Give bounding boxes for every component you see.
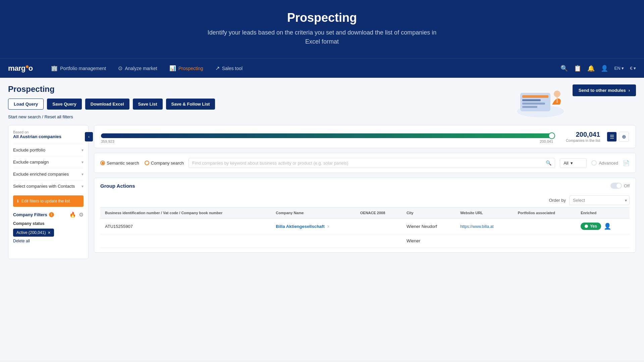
page-header-left: Prospecting Load Query Save Query Downlo…: [8, 84, 215, 120]
nav-items: 🏢 Portfolio management ⊙ Analyze market …: [46, 62, 560, 74]
col-id: Business identification number / Vat cod…: [100, 207, 271, 219]
nav-right: 🔍 📋 🔔 👤 EN ▾ € ▾: [560, 65, 636, 72]
navbar: marg o 🏢 Portfolio management ⊙ Analyze …: [0, 58, 644, 78]
remove-status-tag-button[interactable]: ×: [48, 230, 50, 235]
exclude-enriched-filter[interactable]: Exclude enriched companies ▾: [13, 168, 84, 180]
cell-oenace: [356, 234, 402, 248]
user-icon[interactable]: 👤: [601, 65, 608, 72]
semantic-radio[interactable]: [100, 161, 105, 165]
company-filters-title: Company Filters i: [13, 212, 54, 217]
gear-icon[interactable]: ⚙: [79, 212, 84, 218]
search-row: Semantic search Company search 🔍 All ▾: [100, 158, 630, 168]
range-handle[interactable]: [548, 132, 555, 139]
nav-item-prospecting[interactable]: 📊 Prospecting: [165, 62, 208, 74]
map-view-button[interactable]: ⊕: [619, 132, 629, 142]
list-view-button[interactable]: ☰: [607, 132, 617, 142]
bell-icon[interactable]: 🔔: [587, 65, 595, 72]
load-query-button[interactable]: Load Query: [8, 99, 44, 110]
enriched-yes-toggle[interactable]: Yes: [581, 223, 601, 230]
save-query-button[interactable]: Save Query: [47, 99, 82, 110]
exclude-portfolio-filter[interactable]: Exclude portfolio ▾: [13, 144, 84, 156]
delete-all-link[interactable]: Delete all: [13, 239, 84, 243]
based-on-label: Based on: [13, 130, 84, 134]
company-search-option[interactable]: Company search: [145, 161, 184, 166]
chevron-down-icon: ▾: [82, 148, 84, 153]
nav-item-sales[interactable]: ↗ Sales tool: [211, 62, 247, 74]
document-icon[interactable]: 📄: [623, 160, 630, 166]
svg-rect-3: [522, 99, 541, 101]
save-list-button[interactable]: Save List: [133, 99, 163, 110]
toggle-switch[interactable]: [610, 183, 622, 189]
cell-url: [455, 234, 513, 248]
companies-table: Business identification number / Vat cod…: [100, 207, 630, 248]
bar-chart-icon: 📊: [169, 65, 176, 71]
search-input[interactable]: [192, 161, 544, 166]
svg-rect-2: [522, 95, 548, 98]
select-contacts-filter[interactable]: Select companies with Contacts ▾: [13, 180, 84, 192]
currency-selector[interactable]: € ▾: [630, 66, 636, 71]
range-min: 359,923: [101, 139, 114, 143]
search-icon[interactable]: 🔍: [560, 65, 568, 72]
filter-icon-group: 🔥 ⚙: [69, 212, 84, 218]
nav-item-portfolio[interactable]: 🏢 Portfolio management: [46, 62, 111, 74]
company-status-title: Company status: [13, 221, 84, 226]
order-by-row: Order by Select: [100, 192, 630, 207]
logo[interactable]: marg o: [8, 64, 33, 73]
search-magnifier-icon[interactable]: 🔍: [546, 160, 551, 166]
company-filters-header: Company Filters i 🔥 ⚙: [13, 212, 84, 218]
group-actions-toggle[interactable]: Off: [610, 183, 630, 189]
semantic-search-option[interactable]: Semantic search: [100, 161, 139, 166]
based-on-value: All Austrian companies: [13, 134, 84, 139]
update-notice: ℹ Edit filters to update the list.: [13, 195, 84, 207]
count-box: 200,041 Companies in the list: [560, 131, 600, 142]
cell-portfolios: [513, 219, 576, 234]
view-toggle-buttons: ☰ ⊕: [607, 132, 629, 142]
search-input-wrap[interactable]: 🔍: [189, 158, 555, 168]
order-select[interactable]: Select: [569, 195, 630, 205]
advanced-toggle[interactable]: Advanced: [591, 160, 618, 166]
svg-point-6: [554, 90, 560, 97]
website-link[interactable]: https://www.billa.at: [460, 224, 493, 229]
col-name: Company Name: [271, 207, 356, 219]
hero-banner: Prospecting Identify your leads based on…: [0, 0, 644, 58]
page-content: Prospecting Load Query Save Query Downlo…: [0, 78, 644, 360]
svg-rect-4: [522, 103, 545, 105]
col-city: City: [402, 207, 455, 219]
cell-enriched: Yes 👤: [576, 219, 630, 234]
based-on-section: Based on All Austrian companies: [13, 130, 84, 139]
briefcase-icon: 🏢: [51, 65, 58, 71]
order-by-label: Order by: [549, 198, 566, 203]
table-body: ATU15255907 Billa Aktiengesellschaft › W…: [100, 219, 630, 248]
logo-text: marg: [8, 64, 29, 73]
cell-name: Billa Aktiengesellschaft ›: [271, 219, 356, 234]
company-status-section: Company status Active (200,041) × Delete…: [13, 221, 84, 243]
send-to-modules-button[interactable]: Send to other modules ›: [573, 84, 636, 96]
company-filters-info-icon[interactable]: i: [49, 212, 54, 217]
col-url: Website URL: [455, 207, 513, 219]
download-excel-button[interactable]: Download Excel: [85, 99, 129, 110]
exclude-campaign-filter[interactable]: Exclude campaign ▾: [13, 156, 84, 168]
company-radio[interactable]: [145, 161, 149, 165]
cell-enriched: [576, 234, 630, 248]
save-follow-button[interactable]: Save & Follow List: [166, 99, 215, 110]
lang-selector[interactable]: EN ▾: [614, 66, 624, 71]
svg-rect-5: [522, 106, 537, 108]
group-actions-title: Group Actions: [100, 183, 135, 189]
main-layout: ‹ Based on All Austrian companies Exclud…: [8, 125, 636, 259]
reset-filters-link[interactable]: Start new search / Reset all filters: [8, 114, 73, 119]
person-icon: 👤: [604, 223, 611, 230]
collapse-panel-button[interactable]: ‹: [85, 132, 93, 141]
active-status-tag: Active (200,041) ×: [13, 229, 54, 237]
sidebar: ‹ Based on All Austrian companies Exclud…: [8, 125, 89, 259]
filter-all-dropdown[interactable]: All ▾: [560, 158, 587, 168]
cell-portfolios: [513, 234, 576, 248]
table-row: ATU15255907 Billa Aktiengesellschaft › W…: [100, 219, 630, 234]
nav-item-analyze[interactable]: ⊙ Analyze market: [113, 62, 162, 74]
advanced-toggle-circle[interactable]: [591, 160, 597, 166]
clipboard-icon[interactable]: 📋: [574, 65, 581, 72]
search-type-selector: Semantic search Company search: [100, 161, 184, 166]
chevron-down-icon: ▾: [82, 160, 84, 165]
company-name-link[interactable]: Billa Aktiengesellschaft: [276, 224, 324, 229]
fire-icon[interactable]: 🔥: [69, 212, 76, 218]
range-bar[interactable]: 359,923 200,041: [101, 133, 553, 140]
